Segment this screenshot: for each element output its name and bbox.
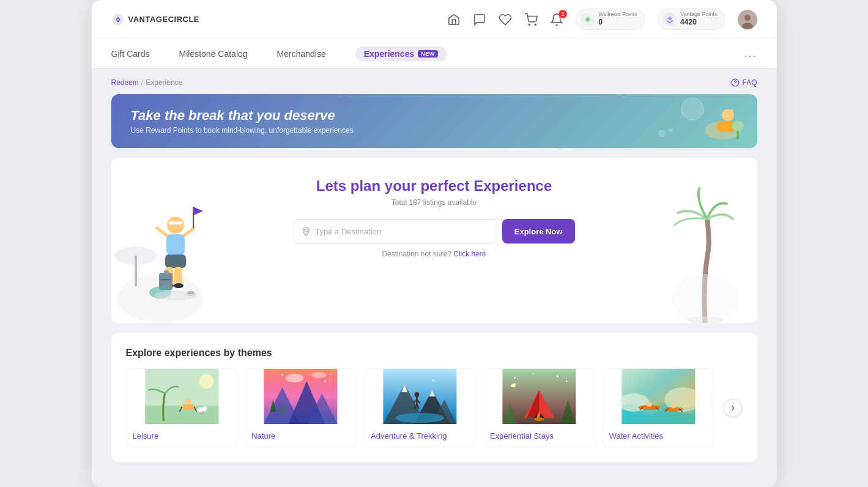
svg-point-17 xyxy=(658,130,666,137)
app-container: VANTAGECIRCLE 1 xyxy=(92,0,777,487)
avatar[interactable] xyxy=(738,10,757,29)
breadcrumb: Redeem / Experience xyxy=(111,78,183,87)
svg-point-11 xyxy=(722,109,734,121)
logo-text: VANTAGECIRCLE xyxy=(128,15,200,24)
wellness-value: 0 xyxy=(598,18,637,26)
search-input-wrap[interactable] xyxy=(294,219,497,244)
main-content: Redeem / Experience FAQ Take the break t… xyxy=(92,69,777,487)
theme-img-water xyxy=(603,369,714,424)
wishlist-button[interactable] xyxy=(499,13,512,26)
new-badge: NEW xyxy=(418,50,438,58)
svg-point-62 xyxy=(312,372,327,378)
svg-rect-28 xyxy=(165,267,173,285)
theme-img-leisure xyxy=(127,369,237,424)
svg-line-25 xyxy=(182,228,194,237)
home-button[interactable] xyxy=(447,13,461,26)
svg-point-37 xyxy=(149,286,171,299)
hero-illustration xyxy=(635,94,757,148)
vantage-points-info: Vantage Points 4420 xyxy=(680,12,717,26)
nav-experiences-label: Experiences xyxy=(364,49,415,59)
svg-rect-45 xyxy=(145,406,218,424)
svg-point-48 xyxy=(185,398,191,404)
svg-point-6 xyxy=(744,15,751,21)
palm-illustration xyxy=(666,176,745,323)
destination-input[interactable] xyxy=(315,227,489,236)
theme-label-experiential: Experiential Stays xyxy=(484,426,595,447)
nav-experiences[interactable]: Experiences NEW xyxy=(355,46,447,61)
traveler-illustration xyxy=(111,176,234,323)
svg-rect-23 xyxy=(169,221,182,225)
wellness-points-info: Wellness Points 0 xyxy=(598,12,637,26)
svg-point-42 xyxy=(672,274,739,323)
svg-rect-14 xyxy=(736,127,739,139)
wellness-points-pill[interactable]: Wellness Points 0 xyxy=(576,9,645,29)
theme-img-experiential xyxy=(484,369,595,424)
svg-point-97 xyxy=(672,404,676,409)
svg-point-16 xyxy=(681,98,703,120)
svg-point-87 xyxy=(557,376,558,377)
theme-label-adventure: Adventure & Trekking xyxy=(365,426,475,447)
click-here-link[interactable]: Click here xyxy=(453,250,486,258)
hero-text: Take the break that you deserve Use Rewa… xyxy=(131,108,354,135)
plan-subtitle: Total 187 listings available xyxy=(391,198,477,207)
svg-point-3 xyxy=(535,24,536,25)
cart-button[interactable] xyxy=(524,13,538,26)
svg-point-10 xyxy=(705,121,741,139)
vantage-value: 4420 xyxy=(680,18,717,26)
svg-point-93 xyxy=(647,402,651,407)
svg-rect-21 xyxy=(135,256,137,286)
nav-gift-cards[interactable]: Gift Cards xyxy=(111,46,150,61)
nav-more[interactable]: ... xyxy=(744,47,757,60)
theme-label-water: Water Activities xyxy=(603,426,714,447)
notification-button[interactable]: 1 xyxy=(550,13,563,26)
themes-next-button[interactable] xyxy=(724,399,742,417)
theme-img-nature xyxy=(245,369,356,424)
svg-point-72 xyxy=(395,413,444,423)
breadcrumb-row: Redeem / Experience FAQ xyxy=(111,78,757,87)
theme-label-nature: Nature xyxy=(245,426,356,447)
svg-rect-40 xyxy=(188,291,194,294)
svg-marker-33 xyxy=(193,207,203,215)
notification-badge: 1 xyxy=(558,10,567,18)
svg-point-20 xyxy=(114,247,157,265)
search-row: Explore Now xyxy=(294,219,575,244)
svg-point-18 xyxy=(669,128,673,133)
theme-card-experiential[interactable]: Experiential Stays xyxy=(483,368,595,447)
svg-point-2 xyxy=(529,24,530,25)
chat-button[interactable] xyxy=(473,13,486,26)
logo[interactable]: VANTAGECIRCLE xyxy=(111,13,200,26)
svg-point-86 xyxy=(532,373,533,374)
svg-point-64 xyxy=(324,381,326,382)
theme-card-leisure[interactable]: Leisure xyxy=(126,368,238,447)
svg-point-41 xyxy=(687,316,724,323)
vantage-points-pill[interactable]: Vantage Points 4420 xyxy=(658,9,725,29)
svg-rect-35 xyxy=(160,279,171,280)
nav-merchandise[interactable]: Merchandise xyxy=(277,46,326,61)
svg-rect-34 xyxy=(159,273,172,290)
hero-title-bold: break xyxy=(188,108,224,123)
theme-card-adventure[interactable]: Adventure & Trekking xyxy=(364,368,476,447)
theme-card-nature[interactable]: Nature xyxy=(245,368,357,447)
svg-point-1 xyxy=(117,18,119,21)
breadcrumb-redeem[interactable]: Redeem xyxy=(111,78,139,87)
svg-rect-12 xyxy=(717,121,735,132)
svg-rect-36 xyxy=(164,270,169,274)
svg-line-24 xyxy=(157,228,169,237)
logo-icon xyxy=(111,13,125,26)
svg-point-31 xyxy=(174,283,184,288)
svg-rect-47 xyxy=(182,404,194,409)
svg-point-43 xyxy=(304,229,307,232)
themes-section: Explore experiences by themes xyxy=(111,333,757,462)
explore-now-button[interactable]: Explore Now xyxy=(502,219,575,244)
plan-hint: Destination not sure? Click here xyxy=(382,250,486,258)
theme-card-water[interactable]: Water Activities xyxy=(603,368,714,447)
wellness-icon xyxy=(581,13,595,26)
svg-point-39 xyxy=(186,291,196,296)
themes-title: Explore experiences by themes xyxy=(126,348,743,359)
nav-milestone-catalog[interactable]: Milestone Catalog xyxy=(179,46,248,61)
svg-point-73 xyxy=(414,392,419,397)
faq-link[interactable]: FAQ xyxy=(731,78,757,87)
theme-label-leisure: Leisure xyxy=(127,426,237,447)
hero-banner: Take the break that you deserve Use Rewa… xyxy=(111,94,757,148)
svg-point-52 xyxy=(203,406,207,410)
